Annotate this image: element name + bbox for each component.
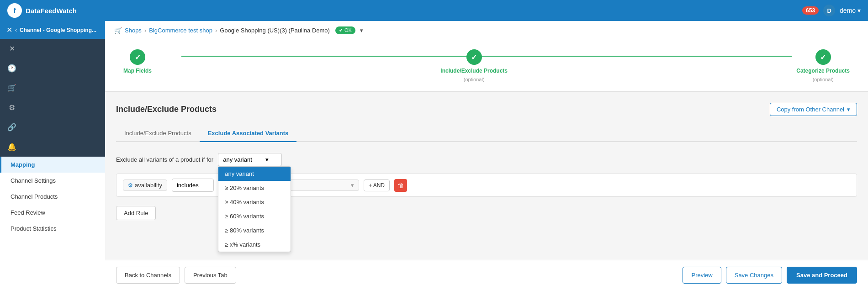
section-header: Include/Exclude Products Copy from Other…: [116, 103, 857, 116]
step-map-fields: ✓ Map Fields: [123, 49, 152, 74]
dropdown-option-80pct[interactable]: ≥ 80% variants: [218, 223, 291, 237]
sidebar-icon-clock[interactable]: 🕐: [0, 58, 105, 78]
dropdown-arrow-icon: ▾: [847, 106, 850, 113]
exclude-label: Exclude all variants of a product if for: [116, 156, 213, 163]
progress-stepper: ✓ Map Fields ✓ Include/Exclude Products …: [105, 40, 868, 92]
dropdown-option-xpct[interactable]: ≥ x% variants: [218, 237, 291, 252]
clock-icon: 🕐: [7, 64, 16, 73]
footer-bar: Back to Channels Previous Tab Preview Sa…: [105, 260, 868, 290]
sidebar: ✕ ‹ Channel - Google Shopping... ✕ 🕐 🛒 ⚙…: [0, 21, 105, 290]
save-changes-button[interactable]: Save Changes: [726, 267, 782, 284]
dropdown-option-any-variant[interactable]: any variant: [218, 167, 291, 181]
user-menu[interactable]: demo ▾: [840, 7, 861, 14]
logo-text: DataFeedWatch: [26, 7, 77, 15]
sidebar-item-feed-review[interactable]: Feed Review: [0, 205, 105, 221]
sidebar-header: ✕ ‹ Channel - Google Shopping...: [0, 21, 105, 39]
variant-select-container: any variant ▾ any variant ≥ 20% variants…: [218, 153, 282, 166]
logo-icon: f: [7, 3, 22, 18]
step-circle-include-exclude: ✓: [466, 49, 482, 65]
hook-icon: 🔗: [7, 123, 16, 132]
top-bar-right: 653 D demo ▾: [802, 5, 861, 16]
close-icon[interactable]: ✕: [6, 26, 12, 34]
field-name-label: availability: [135, 182, 162, 189]
save-and-proceed-button[interactable]: Save and Proceed: [787, 267, 857, 284]
top-bar-left: f DataFeedWatch: [7, 3, 77, 18]
footer-left-buttons: Back to Channels Previous Tab: [116, 267, 236, 284]
sidebar-icon-gear[interactable]: ⚙: [0, 98, 105, 117]
user-avatar[interactable]: D: [823, 5, 835, 16]
step-include-exclude: ✓ Include/Exclude Products (optional): [440, 49, 508, 82]
copy-from-channel-button[interactable]: Copy from Other Channel ▾: [770, 103, 857, 116]
step-label-map-fields: Map Fields: [123, 68, 152, 74]
delete-rule-button[interactable]: 🗑: [394, 179, 407, 192]
step-circle-categorize: ✓: [815, 49, 831, 65]
step-categorize: ✓ Categorize Products (optional): [796, 49, 850, 82]
tabs-bar: Include/Exclude Products Exclude Associa…: [116, 125, 857, 142]
step-circle-map-fields: ✓: [130, 49, 145, 65]
variant-condition-row: Exclude all variants of a product if for…: [116, 153, 857, 166]
dropdown-option-40pct[interactable]: ≥ 40% variants: [218, 195, 291, 209]
step-sublabel-include-exclude: (optional): [464, 77, 485, 82]
main-layout: ✕ ‹ Channel - Google Shopping... ✕ 🕐 🛒 ⚙…: [0, 21, 868, 290]
variant-dropdown-button[interactable]: any variant ▾: [218, 153, 282, 166]
sidebar-item-channel-settings[interactable]: Channel Settings: [0, 173, 105, 189]
breadcrumb: 🛒 Shops › BigCommerce test shop › Google…: [105, 21, 868, 40]
previous-tab-button[interactable]: Previous Tab: [185, 267, 236, 284]
breadcrumb-cart-icon: 🛒: [114, 27, 122, 34]
footer-right-buttons: Preview Save Changes Save and Proceed: [683, 267, 857, 284]
variant-selected-value: any variant: [223, 156, 252, 163]
sidebar-item-product-statistics[interactable]: Product Statistics: [0, 221, 105, 237]
field-gear-icon: ⚙: [128, 182, 133, 189]
page-content: Include/Exclude Products Copy from Other…: [105, 92, 868, 260]
add-rule-button[interactable]: Add Rule: [116, 206, 156, 220]
gear-icon: ⚙: [7, 103, 16, 112]
sidebar-icon-close[interactable]: ✕: [0, 39, 105, 58]
sidebar-item-channel-products[interactable]: Channel Products: [0, 189, 105, 205]
field-tag-availability: ⚙ availability: [123, 179, 167, 191]
content-area: 🛒 Shops › BigCommerce test shop › Google…: [105, 21, 868, 290]
dropdown-option-60pct[interactable]: ≥ 60% variants: [218, 209, 291, 223]
tab-exclude-variants[interactable]: Exclude Associated Variants: [200, 125, 297, 142]
trash-icon: 🗑: [397, 182, 404, 189]
breadcrumb-shop[interactable]: BigCommerce test shop: [149, 27, 212, 34]
stepper-steps: ✓ Map Fields ✓ Include/Exclude Products …: [123, 49, 850, 82]
cart-icon: 🛒: [7, 84, 16, 92]
preview-button[interactable]: Preview: [683, 267, 721, 284]
tab-include-exclude[interactable]: Include/Exclude Products: [116, 125, 200, 142]
sidebar-icon-hook[interactable]: 🔗: [0, 117, 105, 137]
x-icon: ✕: [7, 44, 16, 53]
chevron-icon: ‹: [15, 27, 17, 33]
step-sublabel-categorize: (optional): [813, 77, 834, 82]
status-dropdown-icon[interactable]: ▾: [360, 27, 363, 34]
top-bar: f DataFeedWatch 653 D demo ▾: [0, 0, 868, 21]
step-label-categorize: Categorize Products: [796, 68, 850, 74]
breadcrumb-shops[interactable]: Shops: [125, 27, 142, 34]
sidebar-icon-row: ✕ 🕐 🛒 ⚙ 🔗 🔔: [0, 39, 105, 157]
sidebar-icon-bell[interactable]: 🔔: [0, 137, 105, 157]
variant-dropdown-popup: any variant ≥ 20% variants ≥ 40% variant…: [218, 166, 291, 252]
and-button[interactable]: + AND: [364, 179, 390, 191]
notification-badge[interactable]: 653: [802, 6, 819, 15]
sidebar-nav: Mapping Channel Settings Channel Product…: [0, 157, 105, 290]
sidebar-icon-cart[interactable]: 🛒: [0, 78, 105, 98]
step-label-include-exclude: Include/Exclude Products: [440, 68, 508, 74]
section-title: Include/Exclude Products: [116, 105, 217, 114]
value-dropdown-arrow: ▾: [351, 182, 354, 189]
channel-name-label: Channel - Google Shopping...: [20, 27, 96, 33]
condition-select[interactable]: includes excludes: [172, 179, 214, 192]
variant-dropdown-arrow-icon: ▾: [265, 156, 269, 163]
back-to-channels-button[interactable]: Back to Channels: [116, 267, 180, 284]
sidebar-item-mapping[interactable]: Mapping: [0, 157, 105, 173]
dropdown-option-20pct[interactable]: ≥ 20% variants: [218, 181, 291, 195]
status-badge: ✔ OK: [335, 26, 355, 34]
bell-icon: 🔔: [7, 142, 16, 151]
breadcrumb-channel: Google Shopping (US)(3) (Paulina Demo): [220, 27, 330, 34]
